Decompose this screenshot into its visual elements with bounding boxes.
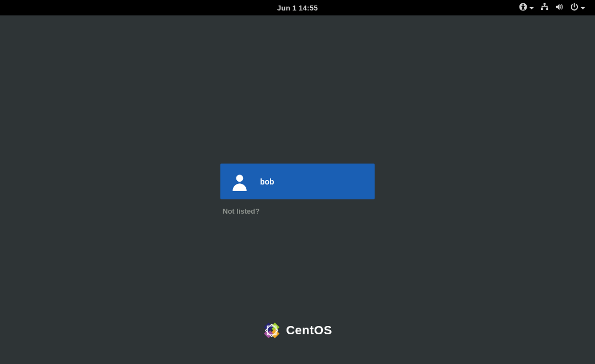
power-menu[interactable] bbox=[570, 3, 585, 13]
svg-point-5 bbox=[236, 175, 244, 182]
accessibility-menu[interactable] bbox=[519, 3, 534, 13]
user-entry-bob[interactable]: bob bbox=[220, 164, 375, 199]
svg-rect-4 bbox=[546, 8, 548, 10]
caret-down-icon bbox=[581, 4, 585, 12]
svg-rect-3 bbox=[541, 8, 543, 10]
os-name: CentOS bbox=[286, 323, 332, 338]
avatar-icon bbox=[229, 171, 250, 192]
branding: CentOS bbox=[263, 322, 332, 339]
volume-icon bbox=[555, 3, 564, 13]
clock[interactable]: Jun 1 14:55 bbox=[277, 4, 318, 12]
svg-point-1 bbox=[522, 4, 524, 6]
caret-down-icon bbox=[529, 4, 534, 12]
accessibility-icon bbox=[519, 3, 527, 13]
volume-indicator[interactable] bbox=[555, 3, 564, 13]
power-icon bbox=[570, 3, 578, 13]
network-indicator[interactable] bbox=[540, 3, 549, 13]
svg-rect-2 bbox=[544, 3, 546, 5]
centos-logo-icon bbox=[263, 322, 280, 339]
top-bar: Jun 1 14:55 bbox=[0, 0, 595, 15]
login-panel: bob Not listed? bbox=[220, 164, 375, 215]
not-listed-link[interactable]: Not listed? bbox=[223, 207, 375, 215]
system-tray bbox=[519, 0, 585, 15]
network-icon bbox=[540, 3, 549, 13]
username-label: bob bbox=[260, 177, 274, 186]
